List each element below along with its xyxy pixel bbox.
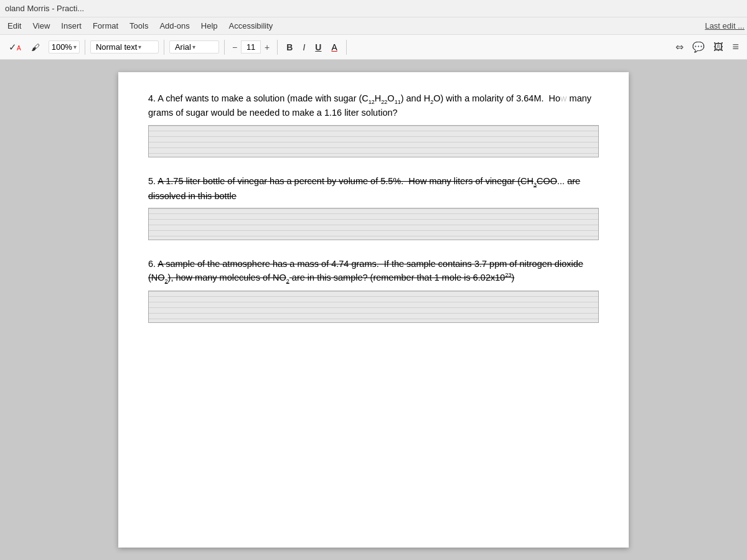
question-6-answer-box[interactable]: [148, 291, 599, 323]
comment-icon: 💬: [692, 42, 705, 52]
toolbar-left-icons: ✓A 🖌: [5, 39, 44, 55]
toolbar-right-icons: ⇔ 💬 🖼 ≡: [672, 39, 742, 55]
font-value: Arial: [175, 42, 191, 52]
font-size-decrease-button[interactable]: −: [230, 41, 240, 54]
insert-link-button[interactable]: ⇔: [672, 39, 687, 55]
paint-format-icon[interactable]: 🖌: [27, 40, 44, 55]
font-size-display[interactable]: 11: [241, 40, 261, 54]
menu-insert[interactable]: Insert: [56, 20, 87, 32]
question-6-number: 6.: [148, 259, 157, 269]
last-edit-link[interactable]: Last edit ...: [705, 21, 745, 30]
insert-comment-button[interactable]: 💬: [689, 39, 708, 55]
question-4-text: 4. A chef wants to make a solution (made…: [148, 92, 599, 120]
question-5-answer-box[interactable]: [148, 208, 599, 240]
toolbar: ✓A 🖌 100% ▾ Normal text ▾ Arial ▾ − 11 +…: [0, 35, 747, 60]
menu-help[interactable]: Help: [196, 20, 223, 32]
title-bar: oland Morris - Practi...: [0, 0, 747, 17]
style-value: Normal text: [96, 42, 137, 52]
font-size-increase-button[interactable]: +: [262, 41, 272, 54]
toolbar-divider-5: [346, 40, 347, 55]
zoom-selector[interactable]: 100% ▾: [49, 40, 80, 54]
toolbar-divider-4: [277, 40, 278, 55]
question-5-text: 5. A 1.75 liter bottle of vinegar has a …: [148, 175, 599, 203]
more-options-button[interactable]: ≡: [729, 39, 742, 55]
bold-button[interactable]: B: [283, 40, 296, 54]
question-4-number: 4.: [148, 93, 157, 103]
underline-button[interactable]: U: [311, 40, 325, 54]
image-icon: 🖼: [713, 42, 723, 52]
insert-image-button[interactable]: 🖼: [710, 40, 726, 55]
toolbar-divider-2: [164, 40, 164, 55]
italic-button[interactable]: I: [299, 40, 309, 54]
menu-bar: Edit View Insert Format Tools Add-ons He…: [0, 17, 747, 35]
font-chevron-icon: ▾: [192, 44, 195, 50]
zoom-chevron-icon: ▾: [73, 44, 77, 50]
menu-edit[interactable]: Edit: [2, 20, 26, 32]
toolbar-divider-3: [224, 40, 225, 55]
question-6: 6. A sample of the atmosphere has a mass…: [148, 258, 599, 323]
menu-format[interactable]: Format: [88, 20, 123, 32]
font-size-area: − 11 +: [230, 40, 272, 54]
document-area: 4. A chef wants to make a solution (made…: [0, 60, 747, 560]
menu-addons[interactable]: Add-ons: [154, 20, 194, 32]
menu-tools[interactable]: Tools: [125, 20, 153, 32]
zoom-value: 100%: [52, 42, 72, 52]
menu-view[interactable]: View: [27, 20, 55, 32]
style-chevron-icon: ▾: [138, 44, 141, 50]
link-icon: ⇔: [675, 42, 684, 52]
title-bar-text: oland Morris - Practi...: [5, 4, 84, 13]
question-5: 5. A 1.75 liter bottle of vinegar has a …: [148, 175, 599, 240]
question-6-text: 6. A sample of the atmosphere has a mass…: [148, 258, 599, 286]
menu-accessibility[interactable]: Accessibility: [224, 20, 278, 32]
toolbar-divider-1: [85, 40, 85, 55]
question-4: 4. A chef wants to make a solution (made…: [148, 92, 599, 157]
question-4-answer-box[interactable]: [148, 125, 599, 157]
more-icon: ≡: [732, 40, 739, 53]
document-page: 4. A chef wants to make a solution (made…: [118, 72, 629, 548]
spell-check-icon[interactable]: ✓A: [5, 39, 25, 55]
font-selector[interactable]: Arial ▾: [169, 40, 219, 54]
style-selector[interactable]: Normal text ▾: [90, 40, 159, 54]
text-color-button[interactable]: A: [327, 40, 341, 54]
question-5-number: 5.: [148, 176, 157, 186]
